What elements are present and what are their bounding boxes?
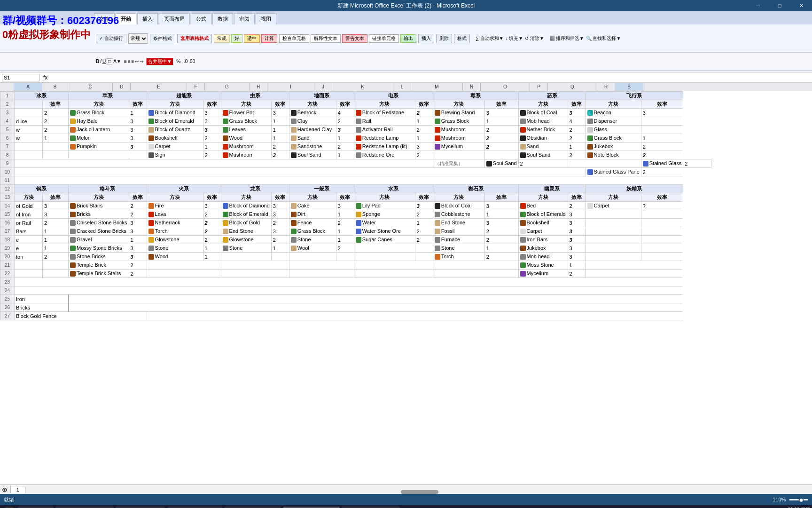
cell-o9[interactable]: Soul Sand bbox=[484, 159, 518, 168]
cell-p4[interactable]: Mob head bbox=[518, 117, 568, 126]
cell-h5[interactable]: Leaves bbox=[221, 126, 271, 134]
cell-n14[interactable]: Block of Coal bbox=[433, 202, 484, 210]
cell-f16[interactable]: Netherrack bbox=[147, 219, 203, 227]
spreadsheet-grid[interactable]: 1 冰系 苹系 超能系 虫系 地面系 电系 毒系 恶系 飞行系 2 效率 方块 bbox=[0, 91, 812, 484]
cell-c20[interactable]: 2 bbox=[43, 253, 69, 261]
cell-h20[interactable] bbox=[221, 253, 271, 261]
cell-b7[interactable] bbox=[15, 143, 43, 151]
cell-m5[interactable]: 2 bbox=[415, 126, 433, 134]
cell-i5[interactable]: 1 bbox=[271, 126, 289, 134]
cell-c3[interactable]: 2 bbox=[43, 109, 69, 117]
cell-g7[interactable]: 1 bbox=[203, 143, 221, 151]
cell-e14[interactable]: 2 bbox=[129, 202, 147, 210]
cell-f4[interactable]: Block of Emerald bbox=[147, 117, 203, 126]
cell-d8[interactable] bbox=[69, 151, 129, 159]
cell-d6[interactable]: Melon bbox=[69, 134, 129, 143]
cell-r18[interactable] bbox=[586, 236, 641, 244]
cell-l19[interactable] bbox=[354, 244, 415, 253]
cell-q14[interactable]: 2 bbox=[568, 202, 586, 210]
cell-r6[interactable]: Grass Block bbox=[586, 134, 641, 143]
cell-j15[interactable]: Dirt bbox=[289, 210, 336, 219]
cell-c14[interactable]: 3 bbox=[43, 202, 69, 210]
cell-o18[interactable]: 2 bbox=[484, 236, 518, 244]
cell-i6[interactable]: 1 bbox=[271, 134, 289, 143]
cell-p22[interactable]: Mycelium bbox=[518, 270, 568, 278]
cell-e19[interactable]: 3 bbox=[129, 244, 147, 253]
cell-i3[interactable]: 3 bbox=[271, 109, 289, 117]
cell-block-gold-fence[interactable]: Block Gold Fence bbox=[15, 312, 147, 320]
cell-l4[interactable]: Rail bbox=[354, 117, 415, 126]
maximize-button[interactable]: □ bbox=[769, 0, 790, 11]
cell-e6[interactable]: 3 bbox=[129, 134, 147, 143]
cell-q4[interactable]: 4 bbox=[568, 117, 586, 126]
cell-b17[interactable]: Bars bbox=[15, 227, 43, 236]
cell-r3[interactable]: Beacon bbox=[586, 109, 641, 117]
cell-k4[interactable]: 2 bbox=[336, 117, 354, 126]
cell-g4[interactable]: 3 bbox=[203, 117, 221, 126]
col-header-b[interactable]: B bbox=[42, 83, 68, 91]
cell-k5[interactable]: 3 bbox=[336, 126, 354, 134]
cell-n3[interactable]: Brewing Stand bbox=[433, 109, 484, 117]
cell-h17[interactable]: End Stone bbox=[221, 227, 271, 236]
cell-r4[interactable]: Dispenser bbox=[586, 117, 641, 126]
cell-n4[interactable]: Grass Block bbox=[433, 117, 484, 126]
cell-s3[interactable]: 3 bbox=[641, 109, 683, 117]
cell-p16[interactable]: Bookshelf bbox=[518, 219, 568, 227]
cell-b5[interactable]: w bbox=[15, 126, 43, 134]
tab-layout[interactable]: 页面布局 bbox=[159, 13, 190, 24]
cell-k7[interactable]: 2 bbox=[336, 143, 354, 151]
cell-m14[interactable]: 3 bbox=[415, 202, 433, 210]
cell-f3[interactable]: Block of Diamond bbox=[147, 109, 203, 117]
cell-s14[interactable]: ? bbox=[641, 202, 683, 210]
cell-r19[interactable] bbox=[586, 244, 641, 253]
col-header-j[interactable]: J bbox=[314, 83, 332, 91]
cell-s20[interactable] bbox=[641, 253, 683, 261]
cell-q6[interactable]: 2 bbox=[568, 134, 586, 143]
cell-k16[interactable]: 2 bbox=[336, 219, 354, 227]
cell-k14[interactable]: 3 bbox=[336, 202, 354, 210]
cell-j5[interactable]: Hardened Clay bbox=[289, 126, 336, 134]
cell-l15[interactable]: Sponge bbox=[354, 210, 415, 219]
cell-j4[interactable]: Clay bbox=[289, 117, 336, 126]
horizontal-scrollbar[interactable] bbox=[401, 490, 438, 494]
cell-q17[interactable]: 3 bbox=[568, 227, 586, 236]
cell-i16[interactable]: 2 bbox=[271, 219, 289, 227]
cell-i17[interactable]: 3 bbox=[271, 227, 289, 236]
cell-e5[interactable]: 3 bbox=[129, 126, 147, 134]
cell-j8[interactable]: Soul Sand bbox=[289, 151, 336, 159]
cell-m17[interactable]: 2 bbox=[415, 227, 433, 236]
cell-d16[interactable]: Chiseled Stone Bricks bbox=[69, 219, 129, 227]
col-header-g[interactable]: G bbox=[205, 83, 250, 91]
cell-m15[interactable]: 2 bbox=[415, 210, 433, 219]
cell-p7[interactable]: Sand bbox=[518, 143, 568, 151]
cell-r14[interactable]: Carpet bbox=[586, 202, 641, 210]
cell-n19[interactable]: Stone bbox=[433, 244, 484, 253]
cell-c22[interactable] bbox=[43, 270, 69, 278]
cell-q5[interactable]: 2 bbox=[568, 126, 586, 134]
cell-b6[interactable]: w bbox=[15, 134, 43, 143]
cell-l18[interactable]: Sugar Canes bbox=[354, 236, 415, 244]
col-header-q[interactable]: Q bbox=[548, 83, 597, 91]
cell-n20[interactable]: Torch bbox=[433, 253, 484, 261]
cell-p15[interactable]: Block of Emerald bbox=[518, 210, 568, 219]
cell-d21[interactable]: Temple Brick bbox=[69, 261, 129, 270]
cell-e20[interactable]: 3 bbox=[129, 253, 147, 261]
col-header-a[interactable]: A bbox=[14, 83, 42, 91]
cell-l5[interactable]: Activator Rail bbox=[354, 126, 415, 134]
cell-d4[interactable]: Hay Bale bbox=[69, 117, 129, 126]
col-header-r[interactable]: R bbox=[597, 83, 615, 91]
cell-s6[interactable]: 1 bbox=[641, 134, 683, 143]
cell-g17[interactable]: 2 bbox=[203, 227, 221, 236]
cell-p20[interactable]: Mob head bbox=[518, 253, 568, 261]
cell-s8[interactable]: 2 bbox=[641, 151, 683, 159]
cell-r5[interactable]: Glass bbox=[586, 126, 641, 134]
cell-c18[interactable]: 1 bbox=[43, 236, 69, 244]
cell-n5[interactable]: Mushroom bbox=[433, 126, 484, 134]
cell-g14[interactable]: 3 bbox=[203, 202, 221, 210]
cell-k18[interactable]: 1 bbox=[336, 236, 354, 244]
cell-i4[interactable]: 1 bbox=[271, 117, 289, 126]
cell-f6[interactable]: Bookshelf bbox=[147, 134, 203, 143]
cell-q8[interactable]: 2 bbox=[568, 151, 586, 159]
cell-k3[interactable]: 4 bbox=[336, 109, 354, 117]
insert-button[interactable]: 插入 bbox=[418, 34, 434, 43]
